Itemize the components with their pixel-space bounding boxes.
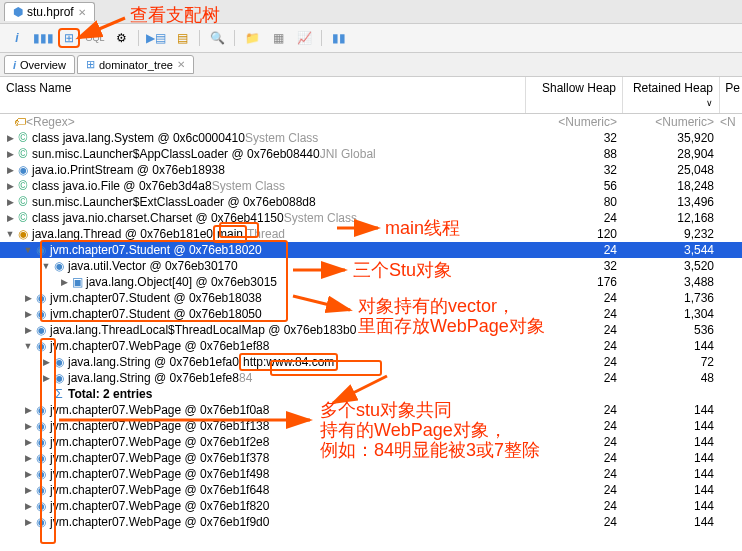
- dominator-tree-button[interactable]: ⊞: [58, 28, 80, 48]
- tab-overview[interactable]: i Overview: [4, 55, 75, 74]
- row-label: java.lang.String @ 0x76eb1efe8: [68, 371, 239, 385]
- expander-icon[interactable]: ▶: [22, 309, 34, 319]
- table-row[interactable]: ▶◉java.lang.ThreadLocal$ThreadLocalMap @…: [0, 322, 742, 338]
- table-row[interactable]: ▶©class java.lang.System @ 0x6c0000410 S…: [0, 130, 742, 146]
- object-icon: ©: [16, 147, 30, 161]
- expander-icon[interactable]: ▼: [40, 261, 52, 271]
- col-retained[interactable]: Retained Heap ∨: [623, 77, 720, 113]
- table-row[interactable]: ▶◉jvm.chapter07.WebPage @ 0x76eb1f648241…: [0, 482, 742, 498]
- expander-icon[interactable]: ▼: [22, 341, 34, 351]
- close-icon[interactable]: ✕: [78, 7, 86, 18]
- close-icon[interactable]: ✕: [177, 59, 185, 70]
- shallow-value: 24: [526, 291, 623, 305]
- table-row[interactable]: ▼◉java.lang.Thread @ 0x76eb181e0 main Th…: [0, 226, 742, 242]
- retained-value: 144: [623, 483, 720, 497]
- shallow-value: 24: [526, 419, 623, 433]
- expander-icon[interactable]: ▶: [4, 213, 16, 223]
- table-row[interactable]: ▶◉jvm.chapter07.Student @ 0x76eb18050241…: [0, 306, 742, 322]
- separator: [138, 30, 139, 46]
- row-label: jvm.chapter07.WebPage @ 0x76eb1ef88: [50, 339, 269, 353]
- expander-icon[interactable]: ▶: [22, 517, 34, 527]
- table-row[interactable]: ▶◉jvm.chapter07.WebPage @ 0x76eb1f2e8241…: [0, 434, 742, 450]
- info-button[interactable]: i: [6, 28, 28, 48]
- bars-button[interactable]: ▮▮: [328, 28, 350, 48]
- regex-row[interactable]: 🏷 <Regex> <Numeric> <Numeric> <N: [0, 114, 742, 130]
- object-icon: ◉: [34, 435, 48, 449]
- shallow-value: 24: [526, 211, 623, 225]
- expander-icon[interactable]: ▶: [4, 181, 16, 191]
- retained-value: 9,232: [623, 227, 720, 241]
- table-body[interactable]: 🏷 <Regex> <Numeric> <Numeric> <N ▶©class…: [0, 114, 742, 551]
- file-tab[interactable]: ⬢ stu.hprof ✕: [4, 2, 95, 21]
- retained-value: 72: [623, 355, 720, 369]
- expander-icon[interactable]: ▶: [22, 485, 34, 495]
- table-row[interactable]: ▶©sun.misc.Launcher$ExtClassLoader @ 0x7…: [0, 194, 742, 210]
- table-row[interactable]: ▶◉jvm.chapter07.Student @ 0x76eb18038241…: [0, 290, 742, 306]
- expander-icon[interactable]: ▶: [22, 453, 34, 463]
- table-row[interactable]: ▶◉jvm.chapter07.WebPage @ 0x76eb1f498241…: [0, 466, 742, 482]
- retained-value: 144: [623, 339, 720, 353]
- table-row[interactable]: ▶◉java.io.PrintStream @ 0x76eb189383225,…: [0, 162, 742, 178]
- retained-value: 12,168: [623, 211, 720, 225]
- table-row[interactable]: ▶◉java.lang.String @ 0x76eb1efe8 842448: [0, 370, 742, 386]
- row-label: class java.io.File @ 0x76eb3d4a8: [32, 179, 212, 193]
- table-row[interactable]: ▼◉jvm.chapter07.WebPage @ 0x76eb1ef88241…: [0, 338, 742, 354]
- expander-icon[interactable]: ▶: [22, 437, 34, 447]
- col-shallow[interactable]: Shallow Heap: [526, 77, 623, 113]
- table-row[interactable]: ▶◉jvm.chapter07.WebPage @ 0x76eb1f378241…: [0, 450, 742, 466]
- expander-icon[interactable]: ▶: [4, 149, 16, 159]
- expander-icon[interactable]: ▶: [4, 197, 16, 207]
- expander-icon[interactable]: ▼: [4, 229, 16, 239]
- object-icon: ◉: [34, 403, 48, 417]
- shallow-value: 32: [526, 131, 623, 145]
- col-classname[interactable]: Class Name: [0, 77, 526, 113]
- expander-icon[interactable]: ▶: [4, 133, 16, 143]
- table-row[interactable]: ▶©class java.io.File @ 0x76eb3d4a8 Syste…: [0, 178, 742, 194]
- table-row[interactable]: ΣTotal: 2 entries: [0, 386, 742, 402]
- shallow-value: 24: [526, 499, 623, 513]
- tab-dominator[interactable]: ⊞ dominator_tree ✕: [77, 55, 194, 74]
- col-pe[interactable]: Pe: [720, 77, 742, 113]
- row-label: jvm.chapter07.WebPage @ 0x76eb1f2e8: [50, 435, 269, 449]
- object-icon: ©: [16, 131, 30, 145]
- histogram-button[interactable]: ▮▮▮: [32, 28, 54, 48]
- row-label: jvm.chapter07.Student @ 0x76eb18038: [50, 291, 262, 305]
- expander-icon[interactable]: ▶: [40, 373, 52, 383]
- table-row[interactable]: ▼◉java.util.Vector @ 0x76eb30170323,520: [0, 258, 742, 274]
- expander-icon[interactable]: ▶: [22, 421, 34, 431]
- expander-icon[interactable]: ▼: [22, 245, 34, 255]
- oql-button[interactable]: OQL: [84, 28, 106, 48]
- expander-icon[interactable]: ▶: [58, 277, 70, 287]
- table-row[interactable]: ▶◉java.lang.String @ 0x76eb1efa0 http:ww…: [0, 354, 742, 370]
- chart-button[interactable]: 📈: [293, 28, 315, 48]
- row-label: jvm.chapter07.Student @ 0x76eb18020: [50, 243, 262, 257]
- expander-icon[interactable]: ▶: [22, 469, 34, 479]
- row-label: jvm.chapter07.WebPage @ 0x76eb1f820: [50, 499, 269, 513]
- filter-button[interactable]: ▤: [171, 28, 193, 48]
- table-row[interactable]: ▶◉jvm.chapter07.WebPage @ 0x76eb1f820241…: [0, 498, 742, 514]
- table-row[interactable]: ▶◉jvm.chapter07.WebPage @ 0x76eb1f138241…: [0, 418, 742, 434]
- expander-icon[interactable]: ▶: [22, 501, 34, 511]
- table-row[interactable]: ▶©sun.misc.Launcher$AppClassLoader @ 0x7…: [0, 146, 742, 162]
- calc-button[interactable]: ▦: [267, 28, 289, 48]
- expander-icon[interactable]: ▶: [22, 405, 34, 415]
- object-icon: ©: [16, 179, 30, 193]
- folder-button[interactable]: 📁: [241, 28, 263, 48]
- row-label: jvm.chapter07.WebPage @ 0x76eb1f0a8: [50, 403, 269, 417]
- run-button[interactable]: ▶▤: [145, 28, 167, 48]
- table-row[interactable]: ▶▣java.lang.Object[40] @ 0x76eb30151763,…: [0, 274, 742, 290]
- table-row[interactable]: ▼◉jvm.chapter07.Student @ 0x76eb18020243…: [0, 242, 742, 258]
- expander-icon[interactable]: ▶: [4, 165, 16, 175]
- retained-value: 144: [623, 515, 720, 529]
- expander-icon[interactable]: ▶: [22, 293, 34, 303]
- table-row[interactable]: ▶©class java.nio.charset.Charset @ 0x76e…: [0, 210, 742, 226]
- search-button[interactable]: 🔍: [206, 28, 228, 48]
- row-label: java.lang.String @ 0x76eb1efa0: [68, 355, 239, 369]
- db-icon: ⬢: [13, 5, 23, 19]
- object-icon: ◉: [16, 163, 30, 177]
- expander-icon[interactable]: ▶: [22, 325, 34, 335]
- gear-button[interactable]: ⚙: [110, 28, 132, 48]
- table-row[interactable]: ▶◉jvm.chapter07.WebPage @ 0x76eb1f0a8241…: [0, 402, 742, 418]
- table-row[interactable]: ▶◉jvm.chapter07.WebPage @ 0x76eb1f9d0241…: [0, 514, 742, 530]
- expander-icon[interactable]: ▶: [40, 357, 52, 367]
